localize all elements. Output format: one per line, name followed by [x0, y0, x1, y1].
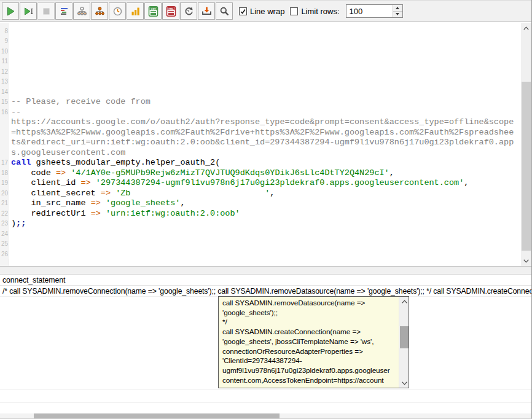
code-text	[9, 239, 11, 249]
code-segment: client_secret	[11, 189, 101, 198]
scroll-down-arrow[interactable]	[521, 256, 531, 266]
code-line[interactable]: 11	[0, 57, 521, 67]
code-text	[9, 77, 11, 87]
tooltip-line: content.com,AccessTokenEndpoint=https://…	[222, 376, 396, 386]
tooltip-line: 'google_sheets', jbossCliTemplateName =>…	[222, 337, 396, 347]
tooltip-line: 'ClientId=297344387294-	[222, 356, 396, 366]
execution-time-button[interactable]	[109, 2, 126, 20]
code-line[interactable]: 22 redirectUri => 'urn:ietf:wg:oauth:2.0…	[0, 209, 521, 219]
line-number: 10	[0, 47, 9, 57]
code-segment: )	[11, 219, 16, 228]
code-line[interactable]: 12	[0, 67, 521, 77]
execution-plan-button[interactable]	[73, 2, 90, 20]
editor-scrollbar-thumb[interactable]	[522, 82, 531, 251]
tooltip-line: connectionOrResourceAdapterProperties =>	[222, 347, 396, 357]
code-segment: gsheets_modular_empty.helper_oauth_2(	[31, 158, 220, 167]
code-line[interactable]: 13	[0, 77, 521, 87]
line-number: 25	[0, 239, 9, 249]
line-wrap-label[interactable]: Line wrap	[250, 7, 284, 16]
code-segment: client_id	[11, 178, 80, 187]
code-line[interactable]: 21 in_src_name => 'google_sheets',	[0, 198, 521, 209]
execute-statement-button[interactable]	[2, 2, 19, 20]
code-text: redirectUri => 'urn:ietf:wg:oauth:2.0:oo…	[9, 209, 240, 219]
code-segment	[101, 198, 106, 208]
sql-editor-window: CSV XML	[0, 0, 532, 419]
line-wrap-checkbox[interactable]	[239, 7, 247, 15]
code-text	[9, 249, 11, 260]
spinner-buttons	[393, 5, 402, 17]
grid-row-line	[0, 402, 531, 403]
tooltip-scroll-down-arrow[interactable]	[399, 378, 409, 388]
limit-rows-spinner	[346, 4, 403, 18]
tooltip-line: 'google_sheets');;	[222, 308, 396, 318]
line-number: 18	[0, 168, 9, 179]
code-segment: 'urn:ietf:wg:oauth:2.0:oob'	[106, 209, 240, 218]
limit-rows-label[interactable]: Limit rows:	[301, 7, 339, 16]
line-number: 20	[0, 189, 9, 199]
code-line[interactable]: 18 code => '4/1AY0e-g5MUPb9Rejw6zMizT7QV…	[0, 168, 521, 179]
code-segment	[91, 178, 96, 187]
code-line[interactable]: 24	[0, 229, 521, 240]
code-line[interactable]: 16--	[0, 108, 521, 118]
execution-plan-analyse-button[interactable]	[91, 2, 108, 20]
fetch-results-button[interactable]	[198, 2, 215, 20]
limit-rows-checkbox[interactable]	[290, 7, 298, 15]
check-icon	[240, 8, 246, 15]
code-segment: redirectUri	[11, 209, 91, 218]
code-line[interactable]: ts&redirect_uri=urn:ietf:wg:oauth:2.0:oo…	[0, 138, 521, 148]
stop-icon	[41, 6, 52, 17]
sql-editor[interactable]: 789101112131415-- Please, receive code f…	[0, 23, 521, 266]
editor-vertical-scrollbar[interactable]	[521, 23, 531, 266]
tooltip-scroll-up-arrow[interactable]	[399, 297, 409, 306]
play-cursor-icon	[23, 6, 34, 17]
code-line[interactable]: 14	[0, 87, 521, 98]
scroll-up-arrow[interactable]	[521, 23, 531, 33]
code-segment: ,	[270, 189, 275, 198]
explain-plan-button[interactable]	[55, 2, 72, 20]
tooltip-scrollbar[interactable]	[399, 297, 409, 388]
line-number	[0, 117, 9, 128]
code-text: code => '4/1AY0e-g5MUPb9Rejw6zMizT7QVJTU…	[9, 168, 394, 179]
code-line[interactable]: 25	[0, 239, 521, 249]
code-line[interactable]: 17call gsheets_modular_empty.helper_oaut…	[0, 158, 521, 168]
fetch-download-icon	[201, 6, 212, 17]
result-row[interactable]: /* call SYSADMIN.removeConnection(name =…	[0, 286, 531, 297]
cell-value-tooltip: call SYSADMIN.removeDatasource(name =>'g…	[218, 296, 409, 388]
results-horizontal-scrollbar[interactable]	[0, 413, 531, 418]
column-header-connect-statement[interactable]: connect_statement	[0, 275, 531, 286]
code-line[interactable]: 9	[0, 36, 521, 47]
code-segment: s.googleusercontent.com	[11, 148, 125, 157]
code-line[interactable]: =https%3A%2F%2Fwww.googleapis.com%2Fauth…	[0, 128, 521, 138]
code-segment	[101, 209, 106, 218]
search-button[interactable]	[216, 2, 233, 20]
tooltip-scrollbar-thumb[interactable]	[400, 326, 409, 348]
line-number: 12	[0, 67, 9, 77]
spinner-up-button[interactable]	[393, 5, 402, 11]
export-csv-button[interactable]: CSV	[144, 2, 162, 20]
tooltip-line: */	[222, 318, 396, 327]
export-xml-button[interactable]: XML	[162, 2, 179, 20]
code-text: client_secret => 'Zb ',	[9, 189, 275, 199]
line-number: 13	[0, 77, 9, 87]
code-text: -- Please, receive code from	[9, 97, 151, 108]
code-line[interactable]: 8	[0, 26, 521, 37]
panel-divider[interactable]	[0, 266, 531, 274]
code-line[interactable]: 20 client_secret => 'Zb ',	[0, 189, 521, 199]
code-line[interactable]: 19 client_id => '297344387294-ugmf9l1vu9…	[0, 178, 521, 189]
code-line[interactable]: https://accounts.google.com/o/oauth2/aut…	[0, 117, 521, 128]
line-number	[0, 148, 9, 159]
execute-script-button[interactable]	[20, 2, 37, 20]
code-line[interactable]: s.googleusercontent.com	[0, 148, 521, 159]
statistics-button[interactable]	[127, 2, 144, 20]
spinner-down-button[interactable]	[393, 11, 402, 18]
results-scrollbar-thumb[interactable]	[34, 413, 280, 418]
code-line[interactable]: 10	[0, 47, 521, 57]
stop-button[interactable]	[37, 2, 55, 20]
code-line[interactable]: 15-- Please, receive code from	[0, 97, 521, 108]
line-number: 11	[0, 57, 9, 67]
line-wrap-group: Line wrap	[239, 7, 284, 16]
rollback-button[interactable]	[180, 2, 197, 20]
code-line[interactable]: 23);;	[0, 219, 521, 229]
code-line[interactable]: 26	[0, 249, 521, 260]
chevron-down-icon	[402, 382, 407, 385]
